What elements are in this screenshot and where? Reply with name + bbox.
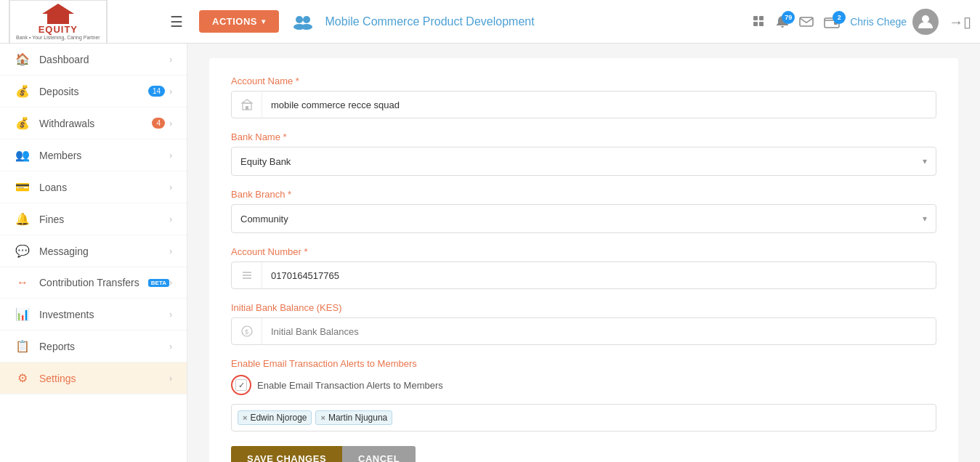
- form-buttons: SAVE CHANGES CANCEL: [231, 446, 936, 462]
- sidebar-item-contribution-transfers[interactable]: ↔ Contribution Transfers BETA ›: [0, 267, 187, 299]
- bank-branch-select-wrapper: Community Westlands CBD ▾: [231, 204, 936, 233]
- chevron-right-icon: ›: [169, 246, 172, 256]
- main-layout: 🏠 Dashboard › 💰 Deposits 14 › 💰 Withdraw…: [0, 44, 980, 462]
- sidebar-item-label: Investments: [39, 309, 169, 320]
- email-recipients-tags[interactable]: × Edwin Njoroge × Martin Njuguna: [231, 404, 936, 431]
- actions-button[interactable]: ACTIONS ▾: [199, 10, 279, 33]
- initial-balance-input-wrapper: $: [231, 317, 936, 345]
- tag-item: × Edwin Njoroge: [238, 410, 312, 425]
- bank-name-select-wrapper: Equity Bank KCB Bank Co-operative Bank ▾: [231, 147, 936, 176]
- tag-remove-icon[interactable]: ×: [320, 413, 325, 422]
- sidebar-item-label: Fines: [39, 214, 169, 225]
- logo-text: EQUITY: [39, 24, 78, 35]
- tag-item: × Martin Njuguna: [315, 410, 392, 425]
- tag-label: Edwin Njoroge: [250, 413, 307, 423]
- hamburger-button[interactable]: ☰: [167, 10, 186, 33]
- chevron-right-icon: ›: [169, 118, 172, 129]
- sidebar-item-label: Reports: [39, 341, 169, 352]
- sidebar-item-dashboard[interactable]: 🏠 Dashboard ›: [0, 44, 187, 76]
- user-area[interactable]: Chris Chege: [850, 9, 939, 35]
- chevron-right-icon: ›: [169, 182, 172, 192]
- sidebar-item-withdrawals[interactable]: 💰 Withdrawals 4 ›: [0, 108, 187, 139]
- sidebar-item-label: Dashboard: [39, 54, 169, 65]
- home-icon: 🏠: [15, 52, 31, 66]
- account-name-input[interactable]: [262, 94, 936, 116]
- sidebar-item-fines[interactable]: 🔔 Fines ›: [0, 203, 187, 235]
- sidebar-item-messaging[interactable]: 💬 Messaging ›: [0, 235, 187, 267]
- svg-point-1: [303, 16, 310, 23]
- svg-rect-4: [753, 16, 758, 20]
- svg-point-3: [301, 24, 312, 30]
- sidebar-item-investments[interactable]: 📊 Investments ›: [0, 299, 187, 331]
- account-number-group: Account Number *: [231, 246, 936, 289]
- svg-rect-14: [246, 106, 248, 110]
- account-name-group: Account Name *: [231, 76, 936, 118]
- logo-sub: Bank • Your Listening, Caring Partner: [16, 35, 100, 40]
- checkmark-icon: ✓: [238, 381, 245, 390]
- wallet-button[interactable]: 2: [824, 15, 840, 28]
- sidebar-item-label: Loans: [39, 182, 169, 193]
- chevron-right-icon: ›: [169, 214, 172, 224]
- logo: EQUITY Bank • Your Listening, Caring Par…: [9, 0, 108, 44]
- currency-icon: $: [232, 318, 262, 344]
- chevron-right-icon: ›: [169, 277, 172, 288]
- logo-area: EQUITY Bank • Your Listening, Caring Par…: [9, 0, 154, 44]
- reports-icon: 📋: [15, 339, 31, 353]
- sidebar-item-reports[interactable]: 📋 Reports ›: [0, 331, 187, 362]
- sidebar-item-label: Deposits: [39, 86, 148, 97]
- account-number-input-wrapper: [231, 262, 936, 289]
- email-alerts-checkbox-label: Enable Email Transaction Alerts to Membe…: [257, 380, 443, 391]
- account-number-input[interactable]: [262, 264, 936, 287]
- svg-text:$: $: [245, 328, 248, 336]
- initial-balance-group: Initial Bank Balance (KES) $: [231, 302, 936, 345]
- sidebar-item-label: Settings: [39, 373, 169, 384]
- initial-balance-input[interactable]: [262, 320, 936, 343]
- bank-name-label: Bank Name *: [231, 131, 936, 142]
- settings-icon: ⚙: [15, 371, 31, 385]
- deposits-icon: 💰: [15, 84, 31, 98]
- notification-badge: 79: [782, 11, 795, 24]
- svg-marker-13: [242, 100, 252, 103]
- bank-branch-group: Bank Branch * Community Westlands CBD ▾: [231, 189, 936, 233]
- loans-icon: 💳: [15, 180, 31, 194]
- chevron-right-icon: ›: [169, 150, 172, 161]
- logout-button[interactable]: →▯: [949, 13, 971, 31]
- sidebar-item-settings[interactable]: ⚙ Settings ›: [0, 362, 187, 394]
- email-alerts-checkbox[interactable]: ✓: [235, 379, 247, 391]
- header: EQUITY Bank • Your Listening, Caring Par…: [0, 0, 980, 44]
- bank-branch-label: Bank Branch *: [231, 189, 936, 200]
- account-number-label: Account Number *: [231, 246, 936, 257]
- sidebar-item-members[interactable]: 👥 Members ›: [0, 139, 187, 171]
- bank-branch-select[interactable]: Community Westlands CBD: [232, 205, 936, 232]
- messaging-icon: 💬: [15, 244, 31, 258]
- notification-button[interactable]: 79: [776, 15, 789, 28]
- header-icons: 79 2 Chris Chege →▯: [753, 9, 971, 35]
- tag-remove-icon[interactable]: ×: [243, 413, 247, 422]
- sidebar-item-loans[interactable]: 💳 Loans ›: [0, 171, 187, 203]
- beta-badge: BETA: [148, 279, 169, 287]
- initial-balance-label: Initial Bank Balance (KES): [231, 302, 936, 313]
- user-name: Chris Chege: [850, 16, 907, 28]
- svg-rect-5: [759, 16, 764, 20]
- form-card: Account Name * Bank Name * Equity Bank K…: [209, 58, 958, 462]
- cancel-button[interactable]: CANCEL: [342, 446, 416, 462]
- investments-icon: 📊: [15, 307, 31, 321]
- svg-point-0: [296, 16, 303, 23]
- grid-icon-button[interactable]: [753, 15, 766, 28]
- sidebar-item-label: Members: [39, 150, 169, 161]
- chevron-right-icon: ›: [169, 86, 172, 97]
- chevron-right-icon: ›: [169, 373, 172, 384]
- deposits-badge: 14: [148, 86, 165, 97]
- account-name-input-wrapper: [231, 91, 936, 118]
- svg-point-11: [922, 15, 929, 23]
- bank-name-select[interactable]: Equity Bank KCB Bank Co-operative Bank: [232, 147, 936, 175]
- sidebar-item-deposits[interactable]: 💰 Deposits 14 ›: [0, 76, 187, 108]
- sidebar-item-label: Withdrawals: [39, 118, 152, 129]
- email-alerts-group: Enable Email Transaction Alerts to Membe…: [231, 358, 936, 431]
- transfers-icon: ↔: [15, 276, 31, 289]
- withdrawals-icon: 💰: [15, 116, 31, 130]
- email-button[interactable]: [799, 15, 814, 28]
- building-icon: [232, 92, 262, 118]
- sidebar-item-label: Messaging: [39, 246, 169, 257]
- save-changes-button[interactable]: SAVE CHANGES: [231, 446, 342, 462]
